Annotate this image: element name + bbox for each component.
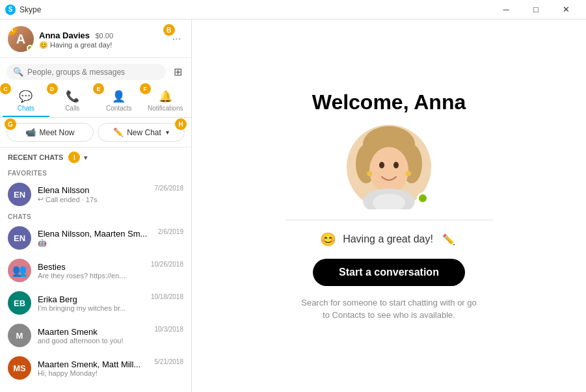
window-controls: ─ □ ✕ — [491, 0, 581, 20]
badge-c: C — [0, 83, 11, 94]
tab-contacts[interactable]: E 👤 Contacts — [96, 86, 142, 117]
avatar: EN — [8, 183, 31, 206]
notifications-label: Notifications — [148, 105, 183, 112]
meet-icon: 📹 — [25, 127, 36, 137]
avatar: MS — [8, 356, 31, 380]
contacts-label: Contacts — [106, 105, 131, 112]
chat-info: Maarten Smenk, Matt Mill... Hi, happy Mo… — [38, 359, 148, 377]
avatar: M — [8, 324, 31, 347]
list-item[interactable]: EN Elena Nilsson ↩ Call ended · 17s 7/26… — [0, 178, 191, 211]
chat-info: Besties Are they roses? https://en.... — [38, 262, 144, 280]
tab-calls[interactable]: D 📞 Calls — [49, 86, 96, 117]
chats-icon: 💬 — [19, 90, 33, 103]
skype-logo: S — [5, 5, 16, 15]
chats-group-label: CHATS — [0, 211, 191, 222]
svg-point-5 — [379, 162, 384, 168]
status-text: Having a great day! — [50, 41, 112, 49]
chat-time: 10/18/2018 — [151, 293, 183, 300]
favorites-label: FAVORITES — [0, 167, 191, 178]
mood-row: 😊 Having a great day! ✏️ — [285, 231, 493, 248]
minimize-button[interactable]: ─ — [491, 0, 521, 20]
search-wrap: 🔍 — [7, 64, 166, 80]
chat-time: 10/26/2018 — [151, 261, 183, 268]
badge-f: F — [140, 83, 151, 94]
chat-name: Elena Nilsson, Maarten Sm... — [38, 229, 152, 239]
chat-name: Maarten Smenk, Matt Mill... — [38, 359, 148, 369]
chats-label: Chats — [18, 105, 34, 112]
more-options-button[interactable]: B ··· — [170, 31, 183, 47]
status-emoji: 😊 — [39, 41, 48, 49]
meet-now-button[interactable]: G 📹 Meet Now — [7, 123, 94, 142]
contacts-icon: 👤 — [112, 90, 126, 103]
chat-name: Erika Berg — [38, 294, 144, 304]
avatar: EN — [8, 226, 31, 250]
list-item[interactable]: M Maarten Smenk and good afternoon to yo… — [0, 319, 191, 352]
chat-preview: ↩ Call ended · 17s — [38, 195, 148, 203]
chat-name: Maarten Smenk — [38, 327, 148, 337]
mood-emoji: 😊 — [320, 231, 336, 247]
svg-point-8 — [406, 171, 411, 176]
chat-preview: and good afternoon to you! — [38, 337, 148, 345]
profile-name: Anna Davies — [39, 31, 90, 40]
chat-name: Besties — [38, 262, 144, 272]
app-body: A A Anna Davies $0.00 😊 Having a great d… — [0, 20, 586, 392]
welcome-title: Welcome, Anna — [312, 90, 466, 114]
calls-icon: 📞 — [66, 90, 79, 103]
chat-time: 2/6/2019 — [158, 228, 183, 235]
recent-chats-header[interactable]: RECENT CHATS I ▾ — [0, 148, 191, 167]
start-conversation-button[interactable]: Start a conversation — [313, 259, 465, 286]
meet-now-label: Meet Now — [39, 128, 74, 137]
chat-time: 5/21/2018 — [155, 358, 184, 365]
search-area: 🔍 ⊞ — [0, 58, 191, 86]
welcome-hint: Search for someone to start chatting wit… — [298, 296, 480, 322]
restore-button[interactable]: □ — [521, 0, 551, 20]
badge-h: H — [175, 118, 187, 130]
chat-time: 7/26/2018 — [155, 185, 184, 192]
notifications-icon: 🔔 — [159, 90, 172, 103]
badge-g: G — [5, 118, 16, 130]
list-item[interactable]: EN Elena Nilsson, Maarten Sm... 🤖 2/6/20… — [0, 222, 191, 254]
badge-b: B — [163, 24, 175, 36]
chat-info: Elena Nilsson ↩ Call ended · 17s — [38, 185, 148, 203]
chat-list: FAVORITES EN Elena Nilsson ↩ Call ended … — [0, 167, 191, 392]
tab-chats[interactable]: C 💬 Chats — [3, 86, 49, 117]
svg-point-7 — [367, 171, 372, 176]
close-button[interactable]: ✕ — [551, 0, 581, 20]
grid-view-button[interactable]: ⊞ — [171, 63, 185, 81]
mood-text: Having a great day! — [343, 233, 433, 245]
badge-i: I — [68, 151, 80, 163]
badge-e: E — [93, 83, 104, 94]
chat-time: 10/3/2018 — [155, 326, 184, 333]
mood-separator — [285, 220, 493, 220]
search-icon: 🔍 — [13, 67, 23, 77]
status-indicator — [27, 45, 33, 51]
titlebar: S Skype ─ □ ✕ — [0, 0, 586, 20]
badge-d: D — [47, 83, 58, 94]
svg-point-4 — [369, 147, 408, 194]
chat-preview: Hi, happy Monday! — [38, 369, 148, 377]
profile-info: Anna Davies $0.00 😊 Having a great day! — [39, 29, 165, 49]
new-chat-label: New Chat — [127, 128, 161, 137]
sidebar: A A Anna Davies $0.00 😊 Having a great d… — [0, 20, 192, 392]
profile-balance: $0.00 — [96, 32, 114, 40]
calls-label: Calls — [65, 105, 79, 112]
user-avatar[interactable]: A A — [8, 26, 34, 52]
avatar: 👥 — [8, 259, 31, 282]
tab-notifications[interactable]: F 🔔 Notifications — [142, 86, 189, 117]
svg-point-6 — [393, 162, 399, 168]
new-chat-button[interactable]: ✏️ New Chat H ▾ — [98, 123, 185, 142]
action-buttons: G 📹 Meet Now ✏️ New Chat H ▾ — [0, 118, 191, 148]
list-item[interactable]: 👥 Besties Are they roses? https://en....… — [0, 254, 191, 287]
nav-tabs: C 💬 Chats D 📞 Calls E 👤 Contacts F 🔔 Not… — [0, 86, 191, 118]
avatar: EB — [8, 291, 31, 315]
chat-preview: Are they roses? https://en.... — [38, 272, 144, 280]
chat-info: Elena Nilsson, Maarten Sm... 🤖 — [38, 229, 152, 247]
search-input[interactable] — [27, 68, 159, 77]
titlebar-left: S Skype — [5, 5, 41, 15]
list-item[interactable]: EB Erika Berg I'm bringing my witches br… — [0, 287, 191, 319]
list-item[interactable]: MS Maarten Smenk, Matt Mill... Hi, happy… — [0, 352, 191, 384]
chevron-down-icon: ▾ — [84, 154, 87, 161]
profile-name-row: Anna Davies $0.00 — [39, 29, 165, 41]
dropdown-arrow: ▾ — [166, 129, 169, 136]
edit-status-button[interactable]: ✏️ — [440, 231, 458, 248]
